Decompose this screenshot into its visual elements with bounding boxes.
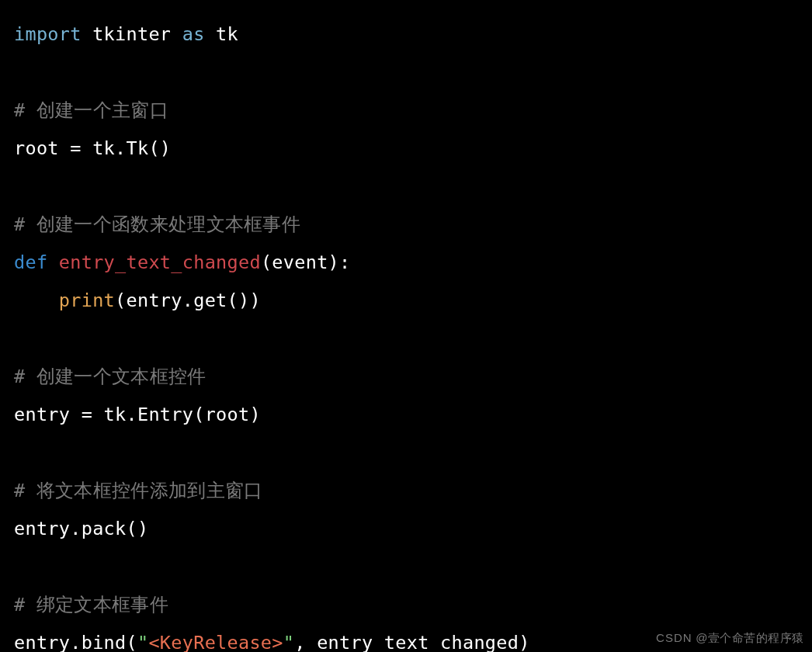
kw-as: as [182,23,205,45]
call-tk-tk: tk.Tk() [92,137,171,159]
comment-pack-entry: # 将文本框控件添加到主窗口 [14,480,263,501]
watermark: CSDN @壹个命苦的程序猿 [656,631,804,646]
code-block: import tkinter as tk # 创建一个主窗口 root = tk… [0,0,812,652]
kw-import: import [14,23,82,45]
comment-handler-fn: # 创建一个函数来处理文本框事件 [14,213,300,235]
indent [14,290,59,311]
builtin-print: print [59,290,115,311]
call-entry-pack: entry.pack() [14,518,148,539]
comment-bind-event: # 绑定文本框事件 [14,594,168,616]
comment-create-entry: # 创建一个文本框控件 [14,366,206,387]
bind-args-rest: , entry_text_changed) [294,632,529,652]
op-eq: = [59,137,92,159]
ident-root: root [14,137,59,159]
call-tk-entry: tk.Entry(root) [104,404,261,425]
string-escape: <KeyRelease> [148,632,283,652]
comment-main-window: # 创建一个主窗口 [14,99,168,121]
module-alias: tk [216,23,238,45]
module-name: tkinter [92,23,171,45]
kw-def: def [14,251,47,273]
print-args: (entry.get()) [115,290,261,311]
call-entry-bind: entry.bind( [14,632,137,652]
ident-entry: entry [14,404,70,425]
fn-name: entry_text_changed [59,251,261,273]
string-quote-open: " [137,632,148,652]
fn-params: (event): [261,251,351,273]
watermark-label: CSDN [656,631,692,644]
string-quote-close: " [283,632,294,652]
watermark-author: @壹个命苦的程序猿 [692,631,804,644]
op-eq: = [70,404,103,425]
